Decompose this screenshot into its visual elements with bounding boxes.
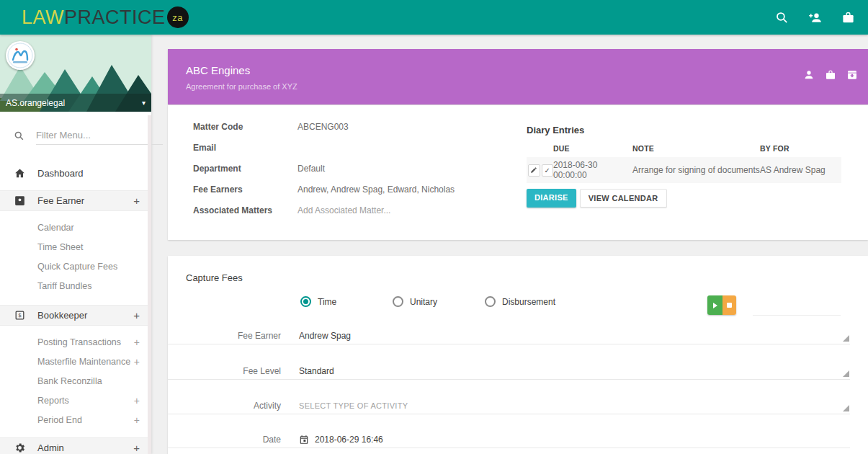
logo-law-text: LAW: [22, 6, 64, 29]
department-value: Default: [297, 164, 325, 174]
date-field[interactable]: 2018-06-29 16:46: [315, 435, 383, 445]
sidebar-item-fee-earner[interactable]: Fee Earner +: [0, 190, 151, 211]
sidebar: AS.orangelegal ▾ Dashboard Fee Earner + …: [0, 35, 151, 454]
expand-icon[interactable]: +: [134, 356, 140, 368]
complete-entry-button[interactable]: ✓: [542, 164, 554, 177]
add-associated-matter-field[interactable]: Add Associated Matter...: [297, 205, 390, 215]
capture-fees-title: Capture Fees: [186, 272, 243, 283]
capture-fees-card: Capture Fees Time Unitary Disbursement F…: [168, 256, 868, 454]
fee-type-radio-group: Time Unitary Disbursement: [300, 296, 577, 307]
fee-level-row: Fee Level Standard: [168, 362, 850, 380]
pencil-icon: [530, 166, 537, 174]
diary-title: Diary Entries: [527, 125, 841, 135]
matter-detail-card: Matter Code ABCENG003 Email Department D…: [168, 105, 868, 240]
fee-earner-badge-icon: [14, 195, 26, 207]
diary-entries: Diary Entries DUE NOTE BY FOR ✓ 2018-06-…: [527, 125, 841, 208]
sidebar-item-calendar[interactable]: Calendar: [0, 218, 151, 237]
activity-row: Activity SELECT TYPE OF ACTIVITY: [168, 397, 850, 414]
sidebar-item-reports[interactable]: Reports+: [0, 391, 151, 410]
column-note: NOTE: [632, 144, 760, 153]
check-icon: ✓: [545, 166, 550, 174]
search-icon[interactable]: [775, 11, 789, 25]
sidebar-item-quick-capture-fees[interactable]: Quick Capture Fees: [0, 257, 151, 276]
home-icon: [14, 167, 26, 179]
matter-title: ABC Engines: [186, 64, 250, 76]
matter-field-row: Matter Code ABCENG003: [193, 122, 349, 132]
timer-stop-button[interactable]: [722, 295, 736, 315]
fee-earners-value: Andrew, Andrew Spag, Edward, Nicholas: [297, 184, 455, 195]
fee-level-select[interactable]: Standard: [299, 366, 334, 376]
sidebar-item-dashboard[interactable]: Dashboard: [0, 161, 151, 185]
gear-icon: [14, 442, 26, 454]
svg-text:$: $: [18, 312, 22, 319]
view-calendar-button[interactable]: VIEW CALENDAR: [580, 189, 667, 208]
avatar: [6, 41, 35, 70]
briefcase-icon[interactable]: [825, 69, 836, 81]
archive-icon[interactable]: [846, 69, 858, 81]
fee-earner-select[interactable]: Andrew Spag: [299, 331, 351, 341]
filter-menu-input[interactable]: [36, 126, 163, 145]
radio-disbursement[interactable]: Disbursement: [485, 296, 577, 307]
fee-earner-row: Fee Earner Andrew Spag: [168, 327, 850, 344]
timer-start-button[interactable]: [707, 295, 722, 315]
stop-icon: [727, 303, 732, 308]
expand-icon[interactable]: +: [133, 309, 140, 321]
dropdown-corner-icon: [843, 370, 849, 377]
edit-entry-button[interactable]: [528, 164, 540, 177]
chevron-down-icon[interactable]: ▾: [142, 99, 146, 107]
diary-entry-row: ✓ 2018-06-30 00:00:00 Arrange for signin…: [527, 157, 841, 183]
expand-icon[interactable]: +: [134, 414, 140, 426]
dropdown-corner-icon: [843, 405, 849, 411]
radio-unitary[interactable]: Unitary: [393, 296, 485, 307]
person-icon[interactable]: [803, 69, 815, 81]
radio-time[interactable]: Time: [300, 296, 393, 307]
matter-field-row: Fee Earners Andrew, Andrew Spag, Edward,…: [193, 184, 455, 195]
sidebar-item-admin[interactable]: Admin +: [0, 437, 151, 454]
play-icon: [713, 303, 717, 308]
matter-subtitle: Agreement for purchase of XYZ: [186, 82, 297, 91]
timer-controls: [707, 295, 736, 315]
search-icon: [14, 130, 24, 141]
menu-filter: [0, 112, 151, 155]
sidebar-item-bookkeeper[interactable]: $ Bookkeeper +: [0, 305, 151, 326]
person-add-icon[interactable]: [808, 11, 822, 25]
expand-icon[interactable]: +: [134, 395, 140, 406]
briefcase-icon[interactable]: [841, 11, 855, 25]
expand-icon[interactable]: +: [134, 337, 140, 348]
diarise-button[interactable]: DIARISE: [527, 189, 576, 208]
timer-duration-field[interactable]: [753, 301, 841, 316]
matter-code-value: ABCENG003: [297, 122, 349, 132]
column-due: DUE: [553, 144, 632, 153]
sidebar-item-masterfile-maintenance[interactable]: Masterfile Maintenance+: [0, 352, 151, 371]
sidebar-menu: Dashboard Fee Earner + Calendar Time She…: [0, 161, 151, 454]
expand-icon[interactable]: +: [133, 442, 140, 454]
column-by-for: BY FOR: [760, 144, 841, 153]
ledger-icon: $: [14, 309, 26, 321]
sidebar-scrollbar[interactable]: [148, 115, 151, 454]
diary-by-for: AS Andrew Spag: [760, 165, 841, 175]
sidebar-item-posting-transactions[interactable]: Posting Transactions+: [0, 332, 151, 352]
matter-header-card: ABC Engines Agreement for purchase of XY…: [168, 49, 868, 104]
sidebar-item-tariff-bundles[interactable]: Tariff Bundles: [0, 276, 151, 295]
radio-icon: [393, 296, 403, 307]
radio-icon: [485, 296, 496, 307]
logo-practice-text: PRACTICE: [64, 6, 166, 29]
diary-note: Arrange for signing of documents: [632, 165, 760, 175]
main-content: ABC Engines Agreement for purchase of XY…: [151, 35, 868, 454]
diary-due: 2018-06-30 00:00:00: [553, 160, 632, 180]
activity-select[interactable]: SELECT TYPE OF ACTIVITY: [299, 401, 408, 410]
dropdown-corner-icon: [843, 335, 849, 342]
profile-cover: AS.orangelegal ▾: [0, 35, 151, 112]
sidebar-item-bank-reconzilla[interactable]: Bank Reconzilla: [0, 371, 151, 391]
calendar-icon[interactable]: [299, 435, 309, 445]
top-app-bar: LAWPRACTICE za: [0, 0, 868, 35]
account-switcher[interactable]: AS.orangelegal ▾: [0, 94, 151, 112]
expand-icon[interactable]: +: [133, 195, 140, 207]
radio-selected-icon: [300, 296, 311, 307]
app-logo: LAWPRACTICE za: [22, 6, 189, 29]
sidebar-item-period-end[interactable]: Period End+: [0, 410, 151, 429]
diary-table-header: DUE NOTE BY FOR: [527, 144, 841, 153]
matter-field-row: Associated Matters Add Associated Matter…: [193, 205, 390, 215]
matter-field-row: Email: [193, 143, 297, 153]
sidebar-item-time-sheet[interactable]: Time Sheet: [0, 237, 151, 257]
